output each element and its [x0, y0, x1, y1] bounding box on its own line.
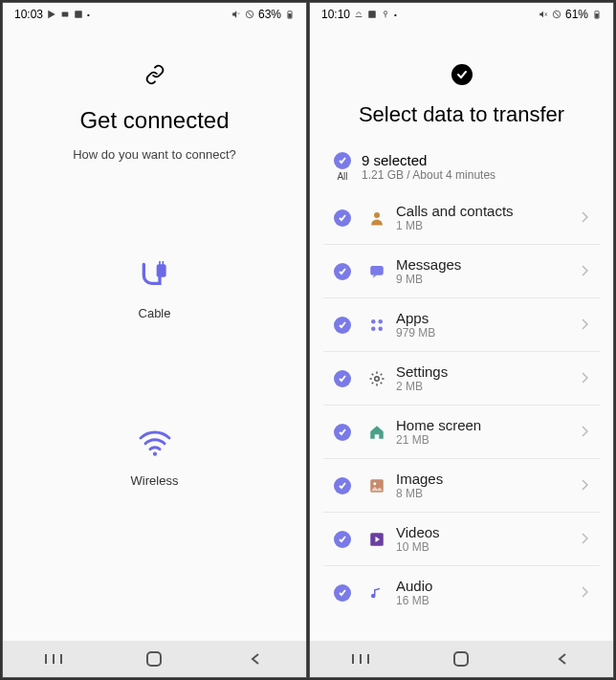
option-wireless[interactable]: Wireless — [131, 426, 179, 488]
chevron-right-icon — [581, 584, 600, 602]
status-battery-pct: 63% — [258, 8, 281, 21]
chevron-right-icon — [581, 531, 600, 548]
image-icon — [362, 477, 392, 494]
item-title: Calls and contacts — [396, 203, 581, 219]
item-size: 979 MB — [396, 326, 581, 340]
nav-bar — [3, 641, 306, 677]
music-icon — [362, 584, 392, 602]
status-icon — [60, 10, 70, 19]
dot-icon: • — [394, 11, 397, 19]
list-item[interactable]: Audio 16 MB — [323, 565, 600, 619]
svg-rect-24 — [454, 652, 468, 666]
home-icon — [362, 424, 392, 441]
nav-bar — [310, 641, 613, 677]
item-checkbox[interactable] — [334, 370, 351, 387]
nav-recent-button[interactable] — [332, 652, 389, 666]
battery-icon — [592, 10, 602, 19]
nav-back-button[interactable] — [534, 652, 591, 666]
option-cable[interactable]: Cable — [136, 258, 174, 320]
status-icon-2 — [381, 10, 390, 19]
svg-point-8 — [152, 451, 156, 455]
chat-icon — [362, 263, 392, 280]
item-title: Settings — [396, 363, 581, 380]
chevron-right-icon — [581, 317, 600, 334]
svg-rect-9 — [147, 652, 161, 666]
chevron-right-icon — [581, 424, 600, 441]
item-size: 9 MB — [396, 273, 581, 286]
link-icon — [144, 64, 165, 90]
list-item[interactable]: Calls and contacts 1 MB — [323, 191, 600, 244]
item-size: 1 MB — [396, 219, 581, 232]
item-checkbox[interactable] — [334, 424, 351, 441]
item-checkbox[interactable] — [334, 317, 351, 334]
status-battery-pct: 61% — [565, 8, 588, 21]
select-all-checkbox[interactable] — [334, 152, 351, 169]
mute-icon — [231, 10, 241, 19]
image-icon — [74, 10, 83, 19]
status-icon-1 — [354, 10, 363, 19]
svg-point-18 — [371, 326, 376, 331]
item-size: 10 MB — [396, 540, 581, 554]
list-item[interactable]: Apps 979 MB — [323, 297, 600, 351]
item-checkbox[interactable] — [334, 531, 351, 548]
data-list: All 9 selected 1.21 GB / About 4 minutes… — [310, 146, 613, 641]
nav-back-button[interactable] — [227, 652, 284, 666]
svg-point-14 — [374, 212, 380, 218]
page-title: Select data to transfer — [310, 102, 613, 127]
chevron-right-icon — [581, 209, 600, 227]
item-checkbox[interactable] — [334, 477, 351, 494]
gear-icon — [362, 370, 392, 387]
select-all-row[interactable]: All 9 selected 1.21 GB / About 4 minutes — [323, 146, 600, 191]
item-title: Audio — [396, 578, 581, 594]
item-size: 16 MB — [396, 594, 581, 607]
item-size: 8 MB — [396, 487, 581, 500]
chevron-right-icon — [581, 477, 600, 494]
status-bar: 10:03 • 63% — [3, 3, 306, 26]
svg-rect-7 — [162, 261, 164, 265]
option-cable-label: Cable — [139, 306, 171, 320]
svg-point-22 — [373, 482, 376, 485]
no-data-icon — [245, 10, 254, 19]
list-item[interactable]: Videos 10 MB — [323, 512, 600, 565]
option-wireless-label: Wireless — [131, 473, 179, 488]
svg-rect-4 — [288, 13, 291, 18]
item-checkbox[interactable] — [334, 263, 351, 280]
svg-rect-6 — [159, 261, 161, 265]
page-title: Get connected — [3, 107, 306, 134]
play-icon — [362, 531, 392, 548]
phone-left-get-connected: 10:03 • 63% Get connected How do you wan… — [2, 2, 307, 678]
svg-rect-0 — [62, 12, 69, 17]
image-icon — [367, 10, 377, 19]
svg-rect-15 — [370, 266, 384, 275]
mute-icon — [539, 10, 548, 19]
svg-rect-10 — [368, 11, 376, 18]
page-subtitle: How do you want to connect? — [3, 147, 306, 162]
item-checkbox[interactable] — [334, 209, 351, 227]
list-item[interactable]: Messages 9 MB — [323, 244, 600, 297]
item-checkbox[interactable] — [334, 584, 351, 602]
list-item[interactable]: Home screen 21 MB — [323, 405, 600, 458]
nav-home-button[interactable] — [125, 650, 183, 668]
item-title: Videos — [396, 524, 581, 540]
play-store-icon — [47, 10, 56, 19]
cable-icon — [136, 258, 174, 293]
svg-rect-13 — [595, 13, 598, 18]
list-item[interactable]: Images 8 MB — [323, 458, 600, 512]
svg-point-17 — [379, 319, 384, 324]
grid-icon — [362, 317, 392, 334]
chevron-right-icon — [581, 370, 600, 387]
dot-icon: • — [87, 11, 90, 19]
header: Get connected How do you want to connect… — [3, 26, 306, 162]
nav-recent-button[interactable] — [25, 652, 82, 666]
person-icon — [362, 209, 392, 227]
svg-rect-5 — [156, 264, 165, 276]
list-item[interactable]: Settings 2 MB — [323, 351, 600, 405]
item-size: 21 MB — [396, 433, 581, 447]
svg-point-16 — [371, 319, 376, 324]
nav-home-button[interactable] — [432, 650, 490, 668]
svg-rect-1 — [75, 11, 82, 18]
svg-point-20 — [375, 376, 380, 381]
wifi-icon — [136, 426, 174, 460]
header-check-icon — [451, 64, 473, 85]
no-data-icon — [552, 10, 561, 19]
